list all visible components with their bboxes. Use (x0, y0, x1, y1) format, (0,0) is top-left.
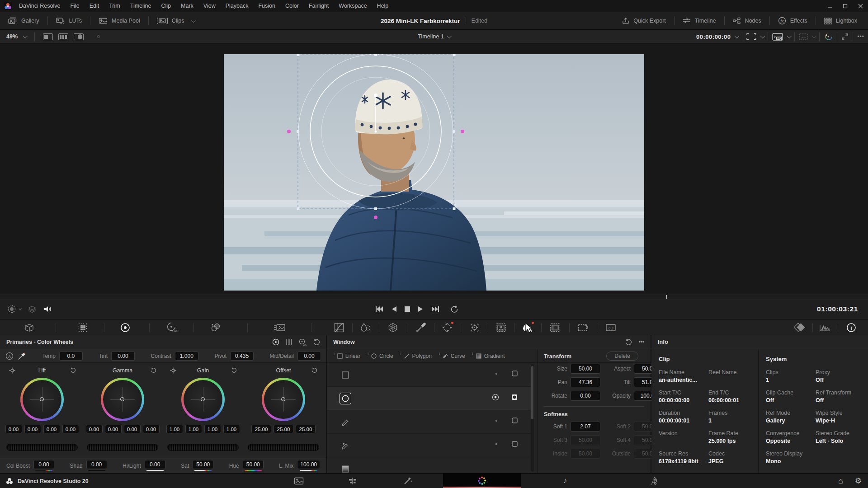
stop-button[interactable] (405, 306, 410, 312)
window-mask-icon[interactable] (511, 394, 518, 401)
gallery-button[interactable]: Gallery (0, 12, 47, 30)
qualifier-icon[interactable] (414, 321, 428, 334)
menu-color[interactable]: Color (280, 3, 304, 9)
mid-detail-value[interactable]: 0.00 (297, 352, 321, 361)
page-media-icon[interactable] (289, 474, 309, 488)
page-fusion-icon[interactable] (398, 474, 418, 488)
gain-g-value[interactable]: 1.00 (204, 425, 221, 433)
keyframes-icon[interactable] (793, 321, 807, 334)
add-circle-window-button[interactable]: +Circle (367, 353, 393, 359)
menu-edit[interactable]: Edit (85, 3, 104, 9)
bars-mode-icon[interactable] (286, 338, 292, 346)
chevron-down-icon[interactable] (812, 34, 816, 38)
tracker-icon[interactable] (468, 321, 481, 334)
timeline-panel-button[interactable]: Timeline (675, 12, 724, 30)
chevron-down-icon[interactable] (787, 34, 792, 38)
window-mask-icon[interactable] (511, 417, 518, 424)
window-row-linear[interactable] (327, 363, 531, 387)
color-match-icon[interactable] (209, 321, 222, 334)
lift-b-value[interactable]: 0.00 (62, 425, 79, 433)
scopes-icon[interactable] (818, 321, 832, 334)
menu-workspace[interactable]: Workspace (334, 3, 372, 9)
gamma-y-value[interactable]: 0.00 (86, 425, 103, 433)
lift-g-value[interactable]: 0.00 (43, 425, 60, 433)
hue-warp-icon[interactable] (386, 321, 400, 334)
white-balance-picker-icon[interactable] (18, 352, 26, 360)
col-boost-value[interactable]: 0.00 (33, 460, 54, 469)
gain-target-icon[interactable] (170, 367, 176, 374)
gamma-color-wheel[interactable] (101, 378, 144, 421)
power-window-overlay[interactable] (224, 54, 644, 291)
hue-value[interactable]: 50.00 (243, 460, 264, 469)
stills-playback-icon[interactable] (273, 321, 286, 334)
window-active-dot-icon[interactable] (493, 371, 500, 377)
menu-fairlight[interactable]: Fairlight (304, 3, 334, 9)
gamma-master-wheel[interactable] (87, 444, 158, 451)
effects-button[interactable]: fx Effects (770, 12, 816, 30)
sat-value[interactable]: 50.00 (193, 460, 213, 469)
gamma-reset-icon[interactable] (151, 367, 156, 373)
color-wheels-icon[interactable] (118, 321, 132, 334)
window-active-dot-icon[interactable] (493, 441, 500, 447)
lift-r-value[interactable]: 0.00 (24, 425, 41, 433)
unmix-icon[interactable] (7, 305, 21, 314)
close-icon[interactable] (853, 0, 868, 12)
maximize-icon[interactable] (837, 0, 853, 12)
app-logo-icon[interactable] (4, 2, 12, 10)
menu-mark[interactable]: Mark (176, 3, 198, 9)
clips-button[interactable]: Clips (149, 12, 203, 30)
temp-value[interactable]: 0.0 (59, 352, 83, 361)
size-value[interactable]: 50.00 (571, 364, 600, 374)
menu-playback[interactable]: Playback (221, 3, 254, 9)
safe-area-icon[interactable] (746, 33, 756, 40)
go-to-start-button[interactable] (375, 306, 383, 312)
gallery-still-icon[interactable] (799, 33, 808, 40)
window-active-dot-icon[interactable] (492, 394, 499, 401)
add-curve-window-button[interactable]: +Curve (438, 353, 465, 359)
menu-fusion[interactable]: Fusion (253, 3, 280, 9)
luts-button[interactable]: LUTs (48, 12, 90, 30)
lift-target-icon[interactable] (9, 367, 15, 374)
menu-file[interactable]: File (65, 3, 84, 9)
info-palette-icon[interactable]: i (844, 321, 858, 334)
fullscreen-icon[interactable] (841, 33, 849, 40)
rotate-value[interactable]: 0.00 (571, 391, 600, 401)
curves-icon[interactable] (332, 321, 346, 334)
sizing-palette-icon[interactable] (576, 321, 590, 334)
lift-color-wheel[interactable] (20, 378, 64, 421)
menu-clip[interactable]: Clip (156, 3, 176, 9)
home-icon[interactable]: ⌂ (838, 476, 843, 486)
reset-window-icon[interactable] (625, 338, 632, 346)
viewer-timecode[interactable]: 00:00:00:00 (696, 33, 731, 40)
color-warper-icon[interactable] (359, 321, 372, 334)
viewer-canvas[interactable] (0, 44, 868, 294)
offset-g-value[interactable]: 25.00 (274, 425, 293, 433)
stereo-3d-icon[interactable]: 3D (604, 321, 618, 334)
window-list-scrollbar[interactable] (531, 364, 534, 472)
loop-button[interactable] (450, 305, 459, 313)
window-row-polygon[interactable] (327, 410, 531, 434)
lift-master-wheel[interactable] (6, 444, 78, 451)
page-edit-icon[interactable] (343, 474, 363, 488)
menu-app[interactable]: DaVinci Resolve (14, 3, 65, 9)
soft1-value[interactable]: 2.07 (571, 422, 600, 432)
window-active-dot-icon[interactable] (493, 418, 500, 424)
offset-b-value[interactable]: 25.00 (296, 425, 316, 433)
gain-reset-icon[interactable] (231, 367, 237, 373)
menu-timeline[interactable]: Timeline (125, 3, 156, 9)
audio-mute-icon[interactable] (43, 305, 52, 313)
contrast-value[interactable]: 1.000 (175, 352, 198, 361)
gain-color-wheel[interactable] (181, 378, 225, 421)
tint-value[interactable]: 0.00 (111, 352, 135, 361)
offset-color-wheel[interactable] (262, 378, 305, 421)
hdr-wheels-icon[interactable]: HDR (165, 321, 179, 334)
media-pool-button[interactable]: Media Pool (90, 12, 148, 30)
viewer-options-icon[interactable]: ••• (857, 33, 864, 40)
window-mask-icon[interactable] (511, 441, 518, 447)
menu-trim[interactable]: Trim (104, 3, 125, 9)
chevron-down-icon[interactable] (735, 34, 739, 38)
window-row-curve[interactable] (327, 434, 531, 457)
nodes-button[interactable]: Nodes (725, 12, 769, 30)
go-to-end-button[interactable] (431, 306, 439, 312)
add-polygon-window-button[interactable]: +Polygon (400, 353, 432, 359)
